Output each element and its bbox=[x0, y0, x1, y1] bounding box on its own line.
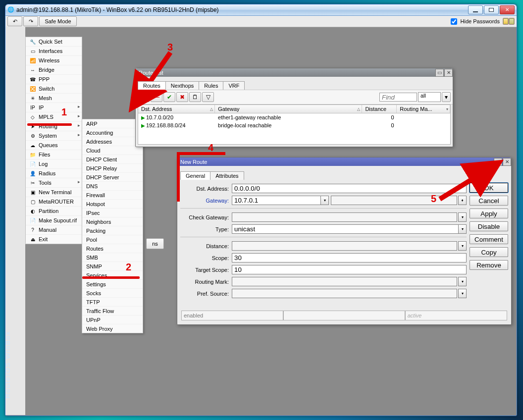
safe-mode-button[interactable]: Safe Mode bbox=[39, 16, 77, 26]
enable-route-button[interactable]: ✔ bbox=[163, 92, 175, 102]
menu-item-bridge[interactable]: ↔Bridge bbox=[26, 65, 82, 75]
submenu-item-ipsec[interactable]: IPsec bbox=[82, 209, 143, 217]
menu-item-manual[interactable]: ?Manual bbox=[26, 225, 82, 235]
menu-item-switch[interactable]: 🔀Switch bbox=[26, 84, 82, 94]
submenu-item-web-proxy[interactable]: Web Proxy bbox=[82, 324, 143, 333]
submenu-item-dhcp-server[interactable]: DHCP Server bbox=[82, 173, 143, 182]
tab-routes[interactable]: Routes bbox=[138, 81, 166, 90]
new-route-window[interactable]: New Route ▭ ✕ GeneralAttributes Dst. Add… bbox=[177, 157, 512, 325]
menu-item-system[interactable]: ⚙System▸ bbox=[26, 131, 82, 141]
tab-rules[interactable]: Rules bbox=[199, 81, 223, 90]
route-list-hidden-button[interactable]: ns bbox=[146, 238, 164, 249]
menu-item-mpls[interactable]: ◇MPLS▸ bbox=[26, 112, 82, 122]
minimize-button[interactable] bbox=[468, 5, 483, 14]
submenu-item-accounting[interactable]: Accounting bbox=[82, 128, 143, 137]
submenu-item-routes[interactable]: Routes bbox=[82, 244, 143, 253]
submenu-item-neighbors[interactable]: Neighbors bbox=[82, 217, 143, 226]
submenu-item-hotspot[interactable]: Hotspot bbox=[82, 200, 143, 209]
pref-source-input[interactable] bbox=[232, 289, 457, 298]
tab-attributes[interactable]: Attributes bbox=[210, 171, 244, 180]
route-grid[interactable]: Dst. Address△Gateway△DistanceRouting Ma.… bbox=[138, 105, 451, 145]
apply-button[interactable]: Apply bbox=[470, 209, 508, 218]
menu-item-new-terminal[interactable]: ▣New Terminal bbox=[26, 188, 82, 197]
hide-passwords-input[interactable] bbox=[451, 18, 457, 25]
submenu-item-tftp[interactable]: TFTP bbox=[82, 298, 143, 307]
submenu-item-snmp[interactable]: SNMP bbox=[82, 262, 143, 271]
column-header[interactable]: Gateway△ bbox=[215, 105, 362, 113]
column-header[interactable]: Dst. Address△ bbox=[138, 105, 215, 113]
route-list-titlebar[interactable]: Route List ▭ ✕ bbox=[136, 68, 453, 77]
submenu-item-socks[interactable]: Socks bbox=[82, 289, 143, 298]
find-input[interactable] bbox=[379, 93, 417, 102]
submenu-item-settings[interactable]: Settings bbox=[82, 280, 143, 289]
menu-item-log[interactable]: 📄Log bbox=[26, 159, 82, 169]
comment-route-button[interactable]: 🗒 bbox=[189, 92, 201, 102]
disable-route-button[interactable]: ✖ bbox=[176, 92, 188, 102]
table-row[interactable]: ▶10.7.0.0/20ether1-gateway reachable0 bbox=[138, 113, 450, 121]
menu-item-ppp[interactable]: ☎PPP bbox=[26, 75, 82, 84]
menu-item-make-supout.rif[interactable]: 📄Make Supout.rif bbox=[26, 216, 82, 225]
target-scope-input[interactable] bbox=[232, 265, 467, 274]
table-row[interactable]: ▶192.168.88.0/24bridge-local reachable0 bbox=[138, 121, 450, 129]
ok-button[interactable]: OK bbox=[470, 183, 508, 193]
route-list-window[interactable]: Route List ▭ ✕ RoutesNexthopsRulesVRF ✚ … bbox=[135, 68, 453, 147]
gateway-dropdown[interactable]: ▾ bbox=[321, 196, 329, 205]
remove-button[interactable]: Remove bbox=[470, 260, 508, 270]
menu-item-queues[interactable]: ☁Queues bbox=[26, 141, 82, 150]
cancel-button[interactable]: Cancel bbox=[470, 196, 508, 206]
remove-route-button[interactable]: — bbox=[151, 92, 162, 102]
submenu-item-dhcp-client[interactable]: DHCP Client bbox=[82, 155, 143, 164]
menu-item-quick-set[interactable]: 🔧Quick Set bbox=[26, 37, 82, 47]
ip-submenu[interactable]: ARPAccountingAddressesCloudDHCP ClientDH… bbox=[82, 119, 143, 333]
filter-select[interactable]: all bbox=[418, 92, 441, 102]
new-route-titlebar[interactable]: New Route ▭ ✕ bbox=[177, 158, 511, 166]
type-input[interactable] bbox=[232, 224, 459, 234]
main-menu[interactable]: 🔧Quick Set▭Interfaces📶Wireless↔Bridge☎PP… bbox=[25, 37, 82, 244]
menu-item-wireless[interactable]: 📶Wireless bbox=[26, 56, 82, 65]
menu-item-radius[interactable]: 👤Radius bbox=[26, 169, 82, 178]
filter-button[interactable]: ▽ bbox=[202, 92, 214, 102]
menu-item-metarouter[interactable]: ▢MetaROUTER bbox=[26, 197, 82, 207]
menu-item-files[interactable]: 📁Files bbox=[26, 150, 82, 159]
undo-button[interactable]: ↶ bbox=[7, 16, 22, 26]
scope-input[interactable] bbox=[232, 253, 467, 262]
tab-general[interactable]: General bbox=[180, 171, 210, 180]
distance-input[interactable] bbox=[232, 241, 457, 251]
new-route-close[interactable]: ✕ bbox=[503, 158, 511, 166]
titlebar[interactable]: 🌐 admin@192.168.88.1 (MikroTik) - WinBox… bbox=[5, 4, 517, 16]
new-route-minimize[interactable]: ▭ bbox=[494, 158, 502, 166]
type-dropdown[interactable]: ▾ bbox=[459, 224, 467, 234]
routing-mark-input[interactable] bbox=[232, 277, 457, 286]
submenu-item-upnp[interactable]: UPnP bbox=[82, 315, 143, 324]
submenu-item-dns[interactable]: DNS bbox=[82, 182, 143, 191]
comment-button[interactable]: Comment bbox=[470, 234, 508, 244]
menu-item-tools[interactable]: ✂Tools▸ bbox=[26, 178, 82, 188]
route-grid-body[interactable]: ▶10.7.0.0/20ether1-gateway reachable0▶19… bbox=[138, 113, 450, 144]
menu-item-interfaces[interactable]: ▭Interfaces bbox=[26, 47, 82, 56]
close-button[interactable] bbox=[500, 5, 515, 14]
submenu-item-pool[interactable]: Pool bbox=[82, 235, 143, 244]
add-route-button[interactable]: ✚ bbox=[138, 92, 150, 102]
submenu-item-smb[interactable]: SMB bbox=[82, 253, 143, 262]
menu-item-ip[interactable]: IPIP▸ bbox=[26, 103, 82, 112]
copy-button[interactable]: Copy bbox=[470, 247, 508, 257]
redo-button[interactable]: ↷ bbox=[23, 16, 38, 26]
tab-vrf[interactable]: VRF bbox=[223, 81, 245, 90]
menu-item-partition[interactable]: ◐Partition bbox=[26, 207, 82, 216]
hide-passwords-checkbox[interactable]: Hide Passwords bbox=[449, 17, 500, 26]
submenu-item-firewall[interactable]: Firewall bbox=[82, 191, 143, 200]
gateway-add-button[interactable]: ♦ bbox=[458, 196, 467, 205]
submenu-item-traffic-flow[interactable]: Traffic Flow bbox=[82, 307, 143, 315]
check-gateway-input[interactable] bbox=[232, 212, 457, 222]
filter-dropdown-button[interactable]: ▾ bbox=[442, 92, 451, 102]
pref-source-dropdown[interactable]: ▾ bbox=[458, 289, 467, 298]
column-header[interactable]: Distance bbox=[362, 105, 397, 113]
tab-nexthops[interactable]: Nexthops bbox=[165, 81, 199, 90]
submenu-item-cloud[interactable]: Cloud bbox=[82, 146, 143, 155]
submenu-item-dhcp-relay[interactable]: DHCP Relay bbox=[82, 164, 143, 173]
submenu-item-addresses[interactable]: Addresses bbox=[82, 137, 143, 146]
column-header[interactable]: Routing Ma...▾ bbox=[397, 105, 450, 113]
route-list-close[interactable]: ✕ bbox=[444, 69, 453, 77]
gateway-input[interactable] bbox=[232, 196, 321, 205]
submenu-item-packing[interactable]: Packing bbox=[82, 226, 143, 235]
